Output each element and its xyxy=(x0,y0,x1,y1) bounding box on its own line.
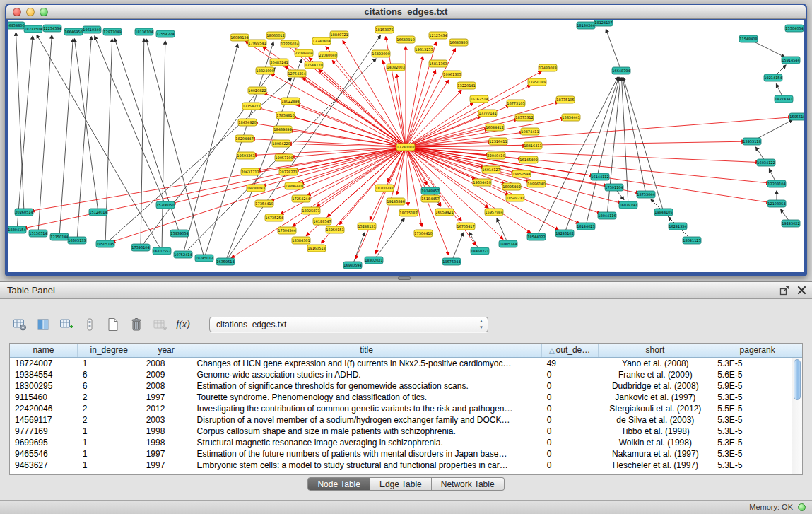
graph-node[interactable]: 18824000 xyxy=(256,67,274,74)
zoom-window-button[interactable] xyxy=(40,8,48,16)
table-row[interactable]: 946554611997Estimation of the future num… xyxy=(10,448,792,460)
graph-node[interactable]: 19613255 xyxy=(415,46,433,53)
graph-node[interactable]: 19896449 xyxy=(285,182,303,189)
graph-node[interactable]: 17504410 xyxy=(414,230,433,237)
graph-node[interactable]: 19554410 xyxy=(473,179,491,186)
tab-node-table[interactable]: Node Table xyxy=(307,477,370,491)
graph-edge[interactable] xyxy=(353,233,365,265)
scrollbar-thumb[interactable] xyxy=(794,359,801,400)
graph-edge[interactable] xyxy=(406,117,792,147)
graph-node[interactable]: 22086604 xyxy=(295,49,313,57)
float-panel-icon[interactable] xyxy=(779,285,790,296)
graph-node[interactable]: 16162514 xyxy=(470,95,488,103)
graph-edge[interactable] xyxy=(406,102,558,147)
graph-node[interactable]: 13220141 xyxy=(457,82,476,89)
graph-node[interactable]: 12973049 xyxy=(103,28,122,35)
graph-node[interactable]: 17854810 xyxy=(276,112,295,119)
graph-node[interactable]: 16905144 xyxy=(499,240,517,247)
graph-node[interactable]: 19575044 xyxy=(442,258,461,265)
graph-node[interactable]: 17154271 xyxy=(242,103,261,110)
graph-node[interactable]: 10961305 xyxy=(443,71,461,78)
column-header-pagerank[interactable]: pagerank xyxy=(712,344,802,357)
graph-node[interactable]: 15953118 xyxy=(743,138,761,145)
graph-edge[interactable] xyxy=(396,74,406,147)
graph-node[interactable]: 18022894 xyxy=(281,98,300,105)
graph-node[interactable]: 12203104 xyxy=(767,180,786,187)
show-columns-icon[interactable] xyxy=(35,316,52,333)
graph-node[interactable]: 11548408 xyxy=(739,35,758,42)
function-builder-icon[interactable]: f(x) xyxy=(175,316,192,333)
graph-node[interactable]: 18025871 xyxy=(302,207,320,214)
graph-node[interactable]: 12103054 xyxy=(767,200,786,207)
graph-node[interactable]: 17254244 xyxy=(292,195,310,202)
graph-node[interactable]: 17544170 xyxy=(305,62,323,69)
graph-edge[interactable] xyxy=(406,141,745,147)
graph-node[interactable]: 15914544 xyxy=(782,57,800,64)
network-window-titlebar[interactable]: citations_edges.txt xyxy=(6,5,806,19)
graph-edge[interactable] xyxy=(406,70,435,147)
graph-edge[interactable] xyxy=(37,35,162,251)
graph-node[interactable]: 16241354 xyxy=(669,223,687,230)
graph-node[interactable]: 20631713 xyxy=(241,168,259,175)
graph-node[interactable]: 19844105 xyxy=(654,209,673,216)
graph-node[interactable]: 16646950 xyxy=(64,28,83,35)
graph-node[interactable]: 16980594 xyxy=(343,262,362,269)
graph-node[interactable]: 20728271 xyxy=(279,168,298,175)
graph-node[interactable]: 12350144 xyxy=(50,233,69,240)
tab-network-table[interactable]: Network Table xyxy=(432,477,505,491)
graph-node[interactable]: 12125434 xyxy=(429,32,447,39)
graph-edge[interactable] xyxy=(146,39,204,258)
graph-node[interactable]: 18416411 xyxy=(524,142,542,149)
graph-node[interactable]: 16954800 xyxy=(8,22,25,29)
close-panel-icon[interactable] xyxy=(797,286,806,295)
graph-edge[interactable] xyxy=(31,147,406,211)
graph-edge[interactable] xyxy=(607,78,620,216)
graph-node[interactable]: 18153075 xyxy=(375,26,394,33)
close-window-button[interactable] xyxy=(13,8,21,16)
graph-node[interactable]: 15124014 xyxy=(89,209,107,216)
graph-node[interactable]: 18984220 xyxy=(272,140,290,147)
graph-edge[interactable] xyxy=(397,147,406,194)
graph-node[interactable]: 19214154 xyxy=(764,74,782,81)
graph-node[interactable]: 18300237 xyxy=(375,185,394,192)
graph-node[interactable]: 18439899 xyxy=(273,126,292,133)
graph-node[interactable]: 19610349 xyxy=(83,26,101,33)
graph-node[interactable]: 16107557 xyxy=(153,247,171,255)
table-selector-dropdown[interactable]: citations_edges.txt ▲▼ xyxy=(209,317,488,332)
graph-node[interactable]: 19245022 xyxy=(782,220,800,227)
graph-node[interactable]: 19505135 xyxy=(96,240,114,247)
graph-node[interactable]: 16505133 xyxy=(68,237,86,244)
graph-node[interactable]: 15854441 xyxy=(562,114,580,121)
network-canvas-container[interactable]: 1724000718022894178548101843989918984220… xyxy=(8,20,804,272)
graph-node[interactable]: 18204447 xyxy=(235,135,254,142)
column-header-in-degree[interactable]: in_degree xyxy=(78,344,141,357)
graph-node[interactable]: 16020822 xyxy=(248,87,266,94)
graph-edge[interactable] xyxy=(452,233,463,262)
graph-node[interactable]: 17999541 xyxy=(248,40,266,47)
graph-node[interactable]: 18753044 xyxy=(637,191,655,198)
tab-edge-table[interactable]: Edge Table xyxy=(370,477,432,491)
column-header-year[interactable]: year xyxy=(141,344,192,357)
graph-node[interactable]: 15957984 xyxy=(485,209,503,216)
graph-node[interactable]: 16705417 xyxy=(457,223,475,230)
graph-node[interactable]: 16775105 xyxy=(507,100,525,107)
graph-node[interactable]: 16144112 xyxy=(591,173,609,180)
graph-node[interactable]: 18095492 xyxy=(502,183,521,190)
graph-node[interactable]: 20483241 xyxy=(270,59,288,66)
column-header-out-degree[interactable]: △out_de… xyxy=(542,344,599,357)
graph-node[interactable]: 17240007 xyxy=(396,144,415,151)
graph-node[interactable]: 19160518 xyxy=(307,245,326,252)
graph-node[interactable]: 19738093 xyxy=(247,185,265,192)
graph-edge[interactable] xyxy=(406,147,408,206)
graph-node[interactable]: 22040040 xyxy=(319,52,337,59)
graph-node[interactable]: 15248151 xyxy=(358,223,376,230)
row-selector-icon[interactable] xyxy=(81,316,98,333)
graph-edge[interactable] xyxy=(406,147,759,163)
graph-node[interactable]: 16034122 xyxy=(757,159,775,166)
graph-node[interactable]: 17591104 xyxy=(605,184,623,191)
graph-node[interactable]: 18124107 xyxy=(594,20,613,26)
graph-node[interactable]: 15504054 xyxy=(785,25,804,32)
graph-node[interactable]: 19245012 xyxy=(195,255,213,262)
table-row[interactable]: 1872400712008Changes of HCN gene express… xyxy=(10,358,792,369)
graph-node[interactable]: 18575312 xyxy=(515,114,534,121)
